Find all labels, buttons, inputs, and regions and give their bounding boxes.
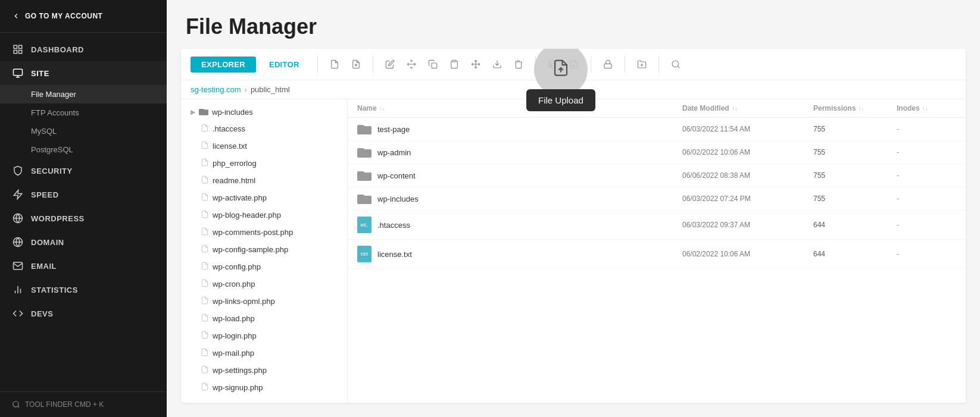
sidebar-sub-ftp[interactable]: FTP Accounts <box>0 104 167 122</box>
tree-item[interactable]: wp-signup.php <box>181 379 347 396</box>
file-doc-icon <box>201 313 209 324</box>
sidebar-sub-mysql[interactable]: MySQL <box>0 122 167 140</box>
col-date-label: Date Modified <box>682 104 729 112</box>
sidebar-item-wordpress[interactable]: WORDPRESS <box>0 206 167 230</box>
paste-button[interactable] <box>445 55 464 74</box>
permissions-button[interactable] <box>598 55 617 74</box>
sidebar-nav: DASHBOARD SITE File Manager FTP Accounts… <box>0 33 167 391</box>
folder-icon <box>199 107 208 117</box>
search-fm-button[interactable] <box>666 55 685 74</box>
tree-item[interactable]: wp-blog-header.php <box>181 206 347 224</box>
explorer-tab[interactable]: EXPLORER <box>191 57 256 73</box>
col-inodes-header: Inodes ↑↓ <box>897 104 956 112</box>
tree-item[interactable]: php_errorlog <box>181 155 347 172</box>
tree-item[interactable]: .htaccess <box>181 120 347 137</box>
sidebar-item-devs[interactable]: DEVS <box>0 302 167 325</box>
tree-item[interactable]: wp-mail.php <box>181 344 347 362</box>
file-name: license.txt <box>377 250 412 259</box>
tool-finder[interactable]: TOOL FINDER CMD + K <box>0 391 167 417</box>
file-name-cell: wp-includes <box>357 193 682 204</box>
tool-finder-label: TOOL FINDER CMD + K <box>25 400 104 409</box>
sidebar-sub-postgresql[interactable]: PostgreSQL <box>0 140 167 159</box>
file-name: wp-includes <box>377 195 419 203</box>
breadcrumb-root[interactable]: sg-testing.com <box>191 85 241 94</box>
download-button[interactable] <box>488 55 507 74</box>
tree-item-name: wp-load.php <box>213 314 255 323</box>
col-perm-sort[interactable]: ↑↓ <box>858 105 864 112</box>
table-row[interactable]: test-page 06/03/2022 11:54 AM 755 - <box>348 118 966 141</box>
svg-rect-28 <box>604 64 611 68</box>
file-name-cell: wp-admin <box>357 147 682 158</box>
table-row[interactable]: wp-admin 06/02/2022 10:06 AM 755 - <box>348 141 966 164</box>
tree-item-name: wp-cron.php <box>213 280 255 289</box>
col-name-sort[interactable]: ↑↓ <box>379 105 385 112</box>
drag-button[interactable] <box>466 55 485 74</box>
tree-item[interactable]: readme.html <box>181 172 347 189</box>
file-permissions: 755 <box>813 195 897 203</box>
tree-item-name: wp-links-opml.php <box>213 297 275 306</box>
tree-item[interactable]: wp-settings.php <box>181 362 347 379</box>
tree-item-name: wp-config-sample.php <box>213 245 288 254</box>
file-date: 06/02/2022 10:06 AM <box>682 148 813 156</box>
sidebar-sub-file-manager[interactable]: File Manager <box>0 85 167 104</box>
file-permissions: 644 <box>813 221 897 229</box>
fm-tree: ▶ wp-includes .htaccess license.txt php_… <box>181 99 348 403</box>
tree-item-name: wp-activate.php <box>213 193 267 202</box>
table-row[interactable]: HT.. .htaccess 06/03/2022 09:37 AM 644 - <box>348 211 966 240</box>
tree-item[interactable]: wp-comments-post.php <box>181 224 347 241</box>
file-name-cell: TXT license.txt <box>357 246 682 262</box>
tree-item[interactable]: wp-config.php <box>181 258 347 275</box>
table-row[interactable]: TXT license.txt 06/02/2022 10:06 AM 644 … <box>348 240 966 269</box>
htaccess-icon: HT.. <box>357 217 372 233</box>
dashboard-label: DASHBOARD <box>31 45 84 54</box>
statistics-label: STATISTICS <box>31 286 78 294</box>
fm-list-header: Name ↑↓ Date Modified ↑↓ Permissions ↑↓ … <box>348 99 966 118</box>
file-upload-button[interactable] <box>347 55 366 74</box>
sidebar-item-security[interactable]: SECURITY <box>0 159 167 183</box>
move-button[interactable] <box>402 55 421 74</box>
col-inodes-sort[interactable]: ↑↓ <box>922 105 928 112</box>
sidebar-item-email[interactable]: EMAIL <box>0 254 167 278</box>
new-folder-button[interactable] <box>632 55 651 74</box>
delete-button[interactable] <box>509 55 528 74</box>
file-upload-tooltip: File Upload <box>526 89 595 111</box>
tree-item[interactable]: wp-login.php <box>181 327 347 344</box>
file-doc-icon <box>201 209 209 221</box>
file-date: 06/03/2022 07:24 PM <box>682 195 813 203</box>
tree-item[interactable]: wp-load.php <box>181 310 347 327</box>
go-to-account-label: GO TO MY ACCOUNT <box>25 12 102 20</box>
sidebar-item-dashboard[interactable]: DASHBOARD <box>0 37 167 61</box>
new-file-button[interactable] <box>325 55 344 74</box>
svg-rect-2 <box>14 51 17 54</box>
col-date-sort[interactable]: ↑↓ <box>732 105 738 112</box>
sidebar-item-speed[interactable]: SPEED <box>0 183 167 206</box>
devs-label: DEVS <box>31 309 53 318</box>
copy-button[interactable] <box>423 55 442 74</box>
breadcrumb-path[interactable]: public_html <box>251 85 290 94</box>
tree-item[interactable]: wp-activate.php <box>181 189 347 206</box>
file-doc-icon <box>201 365 209 376</box>
file-permissions: 755 <box>813 171 897 180</box>
svg-line-15 <box>18 406 20 408</box>
sidebar-item-domain[interactable]: DOMAIN <box>0 230 167 254</box>
rename-button[interactable] <box>380 55 400 74</box>
file-name-cell: HT.. .htaccess <box>357 217 682 233</box>
editor-tab[interactable]: EDITOR <box>258 57 310 73</box>
file-doc-icon <box>201 192 209 203</box>
file-doc-icon <box>201 244 209 255</box>
tree-item[interactable]: license.txt <box>181 137 347 155</box>
file-date: 06/03/2022 11:54 AM <box>682 125 813 133</box>
txt-icon: TXT <box>357 246 372 262</box>
tree-item[interactable]: wp-cron.php <box>181 275 347 293</box>
sidebar-item-site[interactable]: SITE <box>0 61 167 85</box>
tree-item[interactable]: wp-config-sample.php <box>181 241 347 258</box>
file-inodes: - <box>897 171 956 180</box>
sidebar-item-statistics[interactable]: STATISTICS <box>0 278 167 302</box>
search-icon <box>12 400 20 409</box>
file-inodes: - <box>897 125 956 133</box>
table-row[interactable]: wp-content 06/06/2022 08:38 AM 755 - <box>348 164 966 187</box>
table-row[interactable]: wp-includes 06/03/2022 07:24 PM 755 - <box>348 187 966 211</box>
go-to-account-link[interactable]: GO TO MY ACCOUNT <box>0 0 167 33</box>
tree-item[interactable]: ▶ wp-includes <box>181 104 347 120</box>
tree-item[interactable]: wp-links-opml.php <box>181 293 347 310</box>
